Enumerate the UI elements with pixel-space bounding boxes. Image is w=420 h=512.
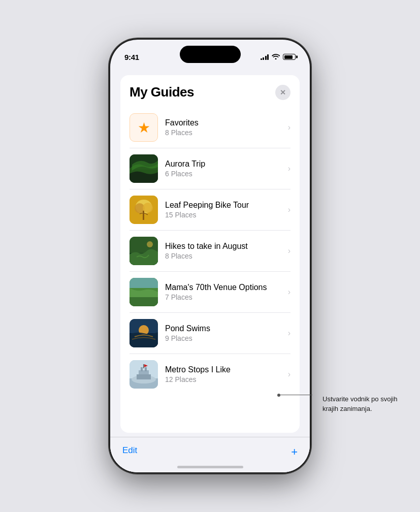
chevron-right-icon: › <box>288 164 290 173</box>
guide-thumbnail-pond <box>130 319 158 347</box>
leaf-thumb-svg <box>130 196 158 224</box>
list-item[interactable]: ★ Favorites 8 Places › <box>130 107 290 148</box>
home-indicator <box>177 466 243 468</box>
chevron-right-icon: › <box>288 370 290 379</box>
guide-info-mamas: Mama's 70th Venue Options 7 Places <box>165 283 281 301</box>
svg-rect-20 <box>137 374 151 379</box>
screen-content: My Guides ✕ ★ Favorites 8 Places <box>110 67 310 472</box>
status-time: 9:41 <box>124 53 139 61</box>
guide-thumbnail-leaf <box>130 196 158 224</box>
guide-thumbnail-metro <box>130 360 158 389</box>
star-icon: ★ <box>138 119 150 136</box>
guide-info-favorites: Favorites 8 Places <box>165 118 281 137</box>
pond-thumb-svg <box>130 319 158 347</box>
wifi-icon <box>272 53 280 61</box>
guide-count: 15 Places <box>165 211 281 219</box>
chevron-right-icon: › <box>288 205 290 214</box>
mamas-thumb-svg <box>130 278 158 306</box>
guide-info-metro: Metro Stops I Like 12 Places <box>165 365 281 383</box>
chevron-right-icon: › <box>288 287 290 297</box>
add-guide-button[interactable]: + <box>291 445 298 459</box>
guide-count: 12 Places <box>165 375 281 383</box>
metro-thumb-svg <box>130 360 158 389</box>
guide-info-hikes: Hikes to take in August 8 Places <box>165 242 281 260</box>
chevron-right-icon: › <box>288 246 290 255</box>
list-item[interactable]: Aurora Trip 6 Places › <box>130 148 290 189</box>
guide-thumbnail-aurora <box>130 154 158 183</box>
guide-count: 6 Places <box>165 170 281 178</box>
guides-list: ★ Favorites 8 Places › <box>120 107 300 433</box>
signal-icon <box>261 54 269 60</box>
annotation-line <box>279 395 312 395</box>
edit-button[interactable]: Edit <box>122 445 137 456</box>
dynamic-island <box>180 46 241 63</box>
hikes-thumb-svg <box>130 237 158 265</box>
list-item[interactable]: Leaf Peeping Bike Tour 15 Places › <box>130 189 290 231</box>
chevron-right-icon: › <box>288 123 290 132</box>
annotation-text: Ustvarite vodnik po svojih krajih zanima… <box>322 395 411 414</box>
list-item[interactable]: Metro Stops I Like 12 Places › <box>130 354 290 395</box>
close-button[interactable]: ✕ <box>275 85 290 100</box>
guide-thumbnail-favorites: ★ <box>130 113 158 142</box>
guide-info-aurora: Aurora Trip 6 Places <box>165 159 281 178</box>
svg-rect-23 <box>143 364 144 368</box>
guide-name: Hikes to take in August <box>165 242 281 251</box>
guide-info-leaf: Leaf Peeping Bike Tour 15 Places <box>165 201 281 219</box>
guide-name: Aurora Trip <box>165 159 281 169</box>
svg-rect-21 <box>141 367 143 371</box>
list-item[interactable]: Mama's 70th Venue Options 7 Places › <box>130 272 290 313</box>
guide-count: 8 Places <box>165 252 281 260</box>
phone-frame: 9:41 <box>110 40 310 472</box>
guide-count: 9 Places <box>165 334 281 342</box>
guides-header: My Guides ✕ <box>120 75 300 107</box>
guides-panel: My Guides ✕ ★ Favorites 8 Places <box>120 75 300 433</box>
guide-name: Leaf Peeping Bike Tour <box>165 201 281 210</box>
guide-name: Metro Stops I Like <box>165 365 281 374</box>
aurora-thumb-svg <box>130 154 158 183</box>
guide-name: Pond Swims <box>165 324 281 333</box>
svg-rect-22 <box>145 367 147 371</box>
guide-thumbnail-hikes <box>130 237 158 265</box>
list-item[interactable]: Hikes to take in August 8 Places › <box>130 231 290 272</box>
svg-rect-12 <box>130 278 158 288</box>
list-item[interactable]: Pond Swims 9 Places › <box>130 313 290 354</box>
svg-point-9 <box>147 241 153 247</box>
battery-icon <box>283 54 296 60</box>
chevron-right-icon: › <box>288 329 290 338</box>
guide-thumbnail-mamas <box>130 278 158 306</box>
guide-name: Favorites <box>165 118 281 127</box>
guide-info-pond: Pond Swims 9 Places <box>165 324 281 342</box>
annotation-dot <box>277 394 280 397</box>
guide-count: 8 Places <box>165 129 281 137</box>
guide-count: 7 Places <box>165 293 281 301</box>
svg-rect-6 <box>143 211 144 220</box>
guide-name: Mama's 70th Venue Options <box>165 283 281 292</box>
status-icons <box>261 53 296 61</box>
page-title: My Guides <box>130 84 194 100</box>
